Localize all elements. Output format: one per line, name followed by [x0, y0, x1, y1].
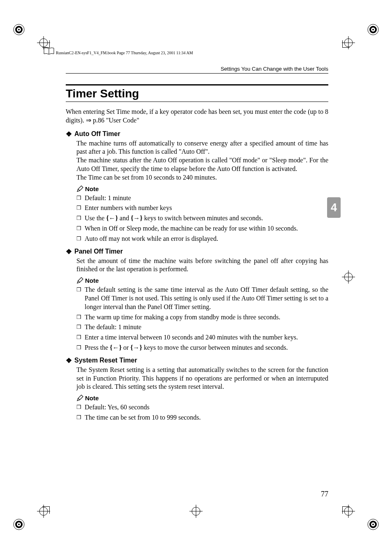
crop-mark: [49, 506, 50, 514]
list-item: The default: 1 minute: [76, 323, 328, 332]
pencil-icon: [76, 185, 83, 192]
section-title: Panel Off Timer: [74, 248, 123, 255]
svg-point-3: [18, 29, 20, 30]
list-item: Use the {←} and {→} keys to switch betwe…: [76, 214, 328, 223]
list-item: The warm up time for making a copy from …: [76, 313, 328, 322]
page-content: Settings You Can Change with the User To…: [66, 66, 328, 499]
section-heading-system-reset: ❖ System Reset Timer: [66, 356, 328, 365]
list-item: The default setting is the same time int…: [76, 286, 328, 311]
pencil-icon: [76, 277, 83, 284]
list-item: Auto off may not work while an error is …: [76, 235, 328, 243]
section-heading-panel-off: ❖ Panel Off Timer: [66, 247, 328, 256]
crop-mark: [49, 40, 50, 48]
registration-mark: [367, 24, 379, 35]
list-item: Default: Yes, 60 seconds: [76, 403, 328, 412]
section-body: The machine turns off automatically to c…: [76, 139, 328, 182]
list-item: Enter a time interval between 10 seconds…: [76, 333, 328, 342]
note-list: The default setting is the same time int…: [76, 286, 328, 352]
section-body: The System Reset setting is a setting th…: [76, 366, 328, 391]
note-label: Note: [85, 185, 99, 192]
diamond-icon: ❖: [66, 356, 72, 365]
svg-point-11: [18, 524, 20, 525]
diamond-icon: ❖: [66, 247, 72, 256]
list-item: When in Off or Sleep mode, the machine c…: [76, 224, 328, 233]
section-title: System Reset Timer: [74, 357, 137, 364]
section-body: Set the amount of time the machine waits…: [76, 257, 328, 274]
crosshair-mark: [342, 270, 355, 284]
registration-mark: [367, 519, 379, 530]
note-heading: Note: [76, 277, 328, 284]
chapter-number: 4: [331, 201, 337, 214]
note-label: Note: [85, 395, 99, 402]
list-item: Enter numbers with number keys: [76, 204, 328, 212]
header-meta: RussianC2-EN-sysF1_V4_FM.book Page 77 Th…: [56, 51, 193, 55]
crop-mark: [342, 506, 350, 507]
crosshair-mark: [189, 505, 203, 518]
page-title: Timer Setting: [66, 84, 328, 102]
crop-mark: [342, 40, 343, 48]
note-label: Note: [85, 277, 99, 284]
note-heading: Note: [76, 395, 328, 402]
list-item: Press the {←} or {→} keys to move the cu…: [76, 344, 328, 352]
intro-paragraph: When entering Set Time mode, if a key op…: [66, 108, 328, 125]
book-icon: [43, 47, 55, 55]
chapter-tab: 4: [327, 197, 341, 218]
crop-mark: [342, 506, 343, 514]
note-list: Default: Yes, 60 seconds The time can be…: [76, 403, 328, 422]
crop-mark: [342, 47, 350, 48]
crop-mark: [42, 506, 50, 507]
list-item: The time can be set from 10 to 999 secon…: [76, 413, 328, 422]
section-title: Auto Off Timer: [74, 130, 120, 138]
registration-mark: [13, 24, 25, 35]
svg-point-15: [372, 524, 374, 525]
list-item: Default: 1 minute: [76, 194, 328, 203]
note-list: Default: 1 minute Enter numbers with num…: [76, 194, 328, 243]
pencil-icon: [76, 395, 83, 402]
page-number: 77: [321, 490, 328, 499]
diamond-icon: ❖: [66, 130, 72, 138]
note-heading: Note: [76, 185, 328, 192]
section-heading-auto-off: ❖ Auto Off Timer: [66, 130, 328, 138]
svg-point-7: [372, 29, 374, 30]
running-head: Settings You Can Change with the User To…: [66, 66, 328, 74]
registration-mark: [13, 519, 25, 530]
